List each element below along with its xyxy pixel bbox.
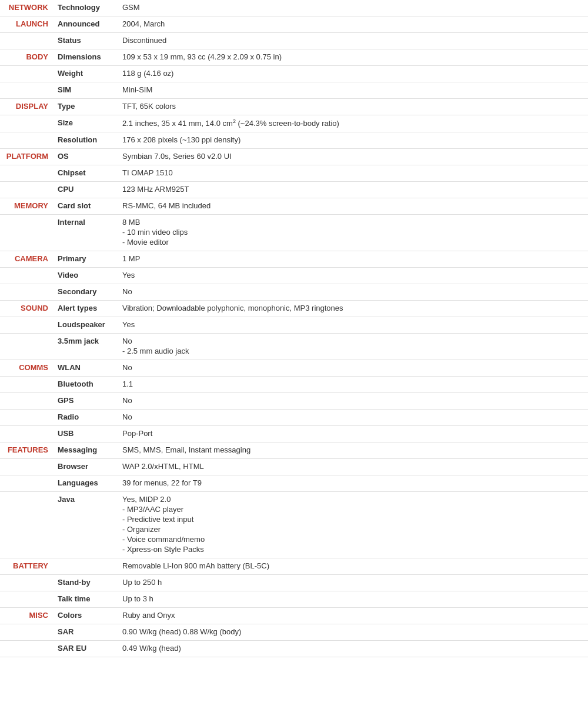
sub-label: Card slot: [53, 198, 118, 215]
value-text: 118 g (4.16 oz): [122, 69, 583, 78]
value-text: 123 MHz ARM925T: [122, 185, 583, 194]
sub-label: Weight: [53, 66, 118, 82]
value-text: - Organizer: [122, 525, 583, 534]
value-cell: Ruby and Onyx: [118, 608, 588, 624]
table-row: StatusDiscontinued: [0, 33, 588, 49]
table-row: COMMSWLANNo: [0, 360, 588, 377]
sub-label: Secondary: [53, 284, 118, 301]
value-text: 2.1 inches, 35 x 41 mm, 14.0 cm2 (~24.3%…: [122, 118, 583, 128]
table-row: 3.5mm jackNo- 2.5 mm audio jack: [0, 334, 588, 360]
category-label: [0, 115, 53, 132]
value-text: Mini-SIM: [122, 85, 583, 94]
sub-label: USB: [53, 426, 118, 442]
category-label: [0, 132, 53, 149]
table-row: RadioNo: [0, 410, 588, 426]
value-text: No: [122, 396, 583, 405]
table-row: SecondaryNo: [0, 284, 588, 301]
value-text: GSM: [122, 3, 583, 12]
category-label: BODY: [0, 49, 53, 66]
value-cell: WAP 2.0/xHTML, HTML: [118, 459, 588, 475]
value-cell: 118 g (4.16 oz): [118, 66, 588, 82]
value-cell: Yes: [118, 268, 588, 284]
category-label: [0, 641, 53, 657]
sub-label: Internal: [53, 215, 118, 251]
value-cell: 176 x 208 pixels (~130 ppi density): [118, 132, 588, 149]
sub-label: Radio: [53, 410, 118, 426]
value-cell: 2.1 inches, 35 x 41 mm, 14.0 cm2 (~24.3%…: [118, 115, 588, 132]
value-text: No: [122, 363, 583, 372]
table-row: CPU123 MHz ARM925T: [0, 182, 588, 198]
table-row: Weight118 g (4.16 oz): [0, 66, 588, 82]
value-cell: GSM: [118, 0, 588, 16]
value-text: Up to 250 h: [122, 578, 583, 587]
sub-label: WLAN: [53, 360, 118, 377]
category-label: [0, 410, 53, 426]
value-cell: Symbian 7.0s, Series 60 v2.0 UI: [118, 149, 588, 165]
table-row: LAUNCHAnnounced2004, March: [0, 16, 588, 33]
value-cell: Mini-SIM: [118, 82, 588, 99]
value-text: 8 MB: [122, 218, 583, 227]
category-label: NETWORK: [0, 0, 53, 16]
value-cell: Vibration; Downloadable polyphonic, mono…: [118, 301, 588, 317]
value-cell: 123 MHz ARM925T: [118, 182, 588, 198]
value-cell: 1 MP: [118, 251, 588, 268]
category-label: DISPLAY: [0, 99, 53, 115]
value-text: TI OMAP 1510: [122, 168, 583, 177]
value-cell: No: [118, 284, 588, 301]
sub-label: Bluetooth: [53, 377, 118, 393]
value-text: - Voice command/memo: [122, 535, 583, 544]
value-cell: SMS, MMS, Email, Instant messaging: [118, 442, 588, 459]
sub-label: Alert types: [53, 301, 118, 317]
sub-label: Status: [53, 33, 118, 49]
sub-label: Colors: [53, 608, 118, 624]
value-cell: No- 2.5 mm audio jack: [118, 334, 588, 360]
sub-label: Size: [53, 115, 118, 132]
value-text: - Predictive text input: [122, 515, 583, 524]
value-cell: No: [118, 393, 588, 410]
value-cell: Pop-Port: [118, 426, 588, 442]
value-cell: 2004, March: [118, 16, 588, 33]
value-text: No: [122, 287, 583, 296]
value-text: 1 MP: [122, 254, 583, 263]
value-text: Vibration; Downloadable polyphonic, mono…: [122, 304, 583, 312]
value-cell: TFT, 65K colors: [118, 99, 588, 115]
category-label: [0, 215, 53, 251]
table-row: Resolution176 x 208 pixels (~130 ppi den…: [0, 132, 588, 149]
value-text: - 2.5 mm audio jack: [122, 347, 583, 355]
value-text: SMS, MMS, Email, Instant messaging: [122, 445, 583, 454]
category-label: [0, 317, 53, 334]
table-row: VideoYes: [0, 268, 588, 284]
value-cell: Yes, MIDP 2.0- MP3/AAC player- Predictiv…: [118, 492, 588, 558]
sub-label: Talk time: [53, 591, 118, 608]
table-row: SOUNDAlert typesVibration; Downloadable …: [0, 301, 588, 317]
value-cell: Yes: [118, 317, 588, 334]
table-row: PLATFORMOSSymbian 7.0s, Series 60 v2.0 U…: [0, 149, 588, 165]
category-label: [0, 393, 53, 410]
value-text: Discontinued: [122, 36, 583, 45]
table-row: CAMERAPrimary1 MP: [0, 251, 588, 268]
value-cell: 1.1: [118, 377, 588, 393]
table-row: FEATURESMessagingSMS, MMS, Email, Instan…: [0, 442, 588, 459]
value-text: - Xpress-on Style Packs: [122, 545, 583, 554]
value-text: Yes: [122, 320, 583, 329]
value-text: Up to 3 h: [122, 594, 583, 603]
category-label: CAMERA: [0, 251, 53, 268]
sub-label: Dimensions: [53, 49, 118, 66]
value-cell: Removable Li-Ion 900 mAh battery (BL-5C): [118, 558, 588, 575]
value-cell: 39 for menus, 22 for T9: [118, 475, 588, 492]
sub-label: SAR: [53, 624, 118, 641]
sub-label: Messaging: [53, 442, 118, 459]
table-row: BODYDimensions109 x 53 x 19 mm, 93 cc (4…: [0, 49, 588, 66]
value-cell: 0.90 W/kg (head) 0.88 W/kg (body): [118, 624, 588, 641]
category-label: [0, 182, 53, 198]
category-label: [0, 475, 53, 492]
sub-label: Primary: [53, 251, 118, 268]
value-cell: 0.49 W/kg (head): [118, 641, 588, 657]
category-label: FEATURES: [0, 442, 53, 459]
value-text: No: [122, 412, 583, 421]
sub-label: Java: [53, 492, 118, 558]
table-row: NETWORKTechnologyGSM: [0, 0, 588, 16]
sub-label: Type: [53, 99, 118, 115]
category-label: COMMS: [0, 360, 53, 377]
category-label: [0, 492, 53, 558]
